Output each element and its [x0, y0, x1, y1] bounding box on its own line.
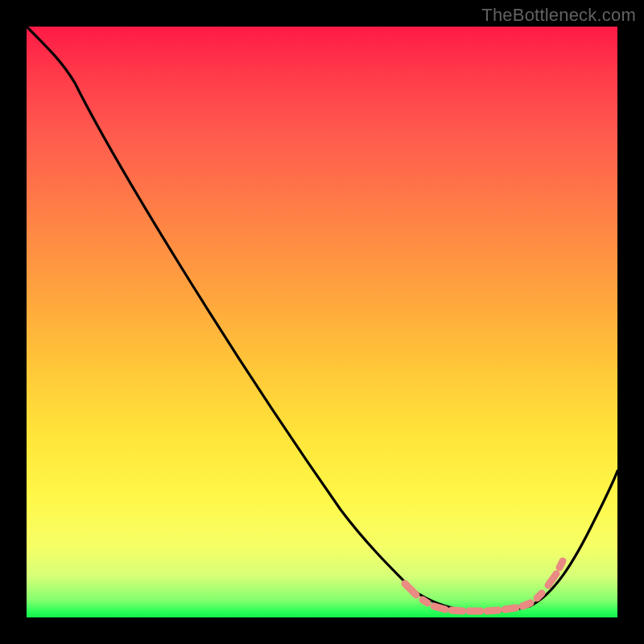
- svg-line-7: [522, 603, 530, 606]
- watermark-text: TheBottleneck.com: [481, 5, 636, 26]
- svg-line-2: [434, 606, 445, 609]
- svg-line-8: [537, 593, 542, 598]
- curve-layer: [27, 27, 617, 617]
- chart-frame: TheBottleneck.com: [0, 0, 644, 644]
- svg-line-1: [423, 600, 427, 603]
- svg-line-5: [487, 610, 498, 611]
- svg-line-6: [505, 608, 516, 609]
- svg-line-10: [559, 561, 563, 568]
- plot-area: [27, 27, 617, 617]
- highlight-points: [405, 561, 563, 611]
- svg-line-0: [405, 584, 416, 595]
- bottleneck-curve: [27, 27, 617, 611]
- svg-line-3: [452, 610, 463, 611]
